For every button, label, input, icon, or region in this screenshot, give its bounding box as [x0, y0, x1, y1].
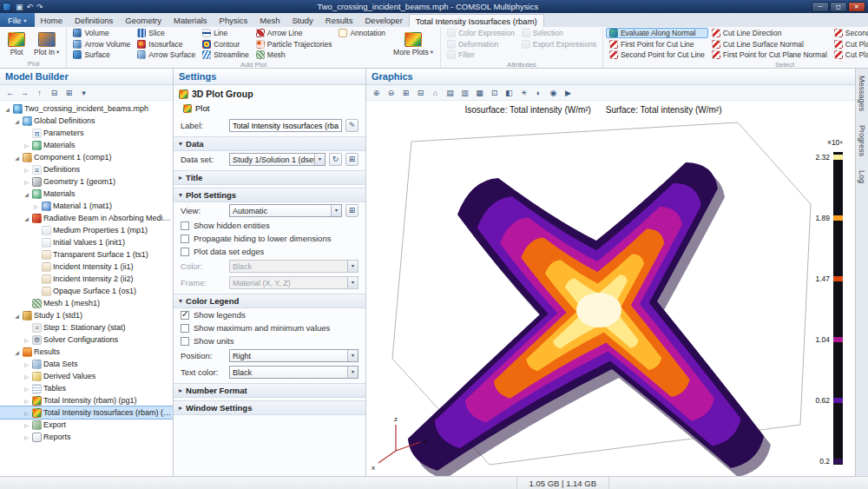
tree-item[interactable]: Parameters: [0, 127, 173, 139]
section-title[interactable]: ▸ Title: [174, 170, 365, 185]
tab-study[interactable]: Study: [286, 14, 319, 27]
zoom-in-icon[interactable]: ⊕: [370, 87, 383, 99]
tree-item[interactable]: ▷Materials: [0, 139, 173, 151]
propagate-hiding-checkbox[interactable]: [181, 235, 189, 243]
second-point-for-cut-line-button[interactable]: Second Point for Cut Line: [606, 50, 708, 60]
plot-in-button[interactable]: Plot In▾: [30, 28, 63, 60]
tree-item[interactable]: Initial Values 1 (init1): [0, 236, 173, 248]
go-to-xy-view-icon[interactable]: ▤: [444, 87, 457, 99]
arrow-line-button[interactable]: Arrow Line: [253, 28, 336, 38]
expand-arrow-icon[interactable]: ▷: [23, 422, 30, 428]
move-up-icon[interactable]: ↑: [33, 87, 46, 99]
zoom-extents-icon[interactable]: ⊞: [399, 87, 412, 99]
section-data[interactable]: ▾ Data: [174, 136, 365, 151]
tree-item[interactable]: ▷Reports: [0, 431, 173, 443]
image-snapshot-icon[interactable]: ◉: [547, 87, 560, 99]
tree-item[interactable]: ◢Global Definitions: [0, 115, 173, 127]
expand-arrow-icon[interactable]: ▷: [23, 373, 30, 380]
section-window-settings[interactable]: ▸ Window Settings: [174, 400, 365, 415]
tree-item[interactable]: Opaque Surface 1 (os1): [0, 285, 173, 297]
section-number-format[interactable]: ▸ Number Format: [174, 383, 365, 398]
maximize-button[interactable]: ◻: [830, 2, 847, 12]
rename-button[interactable]: ✎: [345, 119, 358, 132]
expand-arrow-icon[interactable]: ▷: [23, 386, 30, 392]
contour-button[interactable]: Contour: [199, 39, 253, 50]
animation-export-icon[interactable]: ▶: [562, 87, 575, 99]
rail-tab-messages[interactable]: Messages: [857, 72, 867, 115]
slice-button[interactable]: Slice: [134, 28, 199, 38]
tree-item[interactable]: ▷Total Intensity Isosurfaces (rbam) (pg2…: [0, 406, 173, 419]
tree-item[interactable]: Incident Intensity 2 (ii2): [0, 273, 173, 285]
redo-icon[interactable]: ↷: [36, 3, 43, 11]
tree-item[interactable]: Step 1: Stationary (stat): [0, 321, 173, 334]
undo-icon[interactable]: ↶: [27, 3, 34, 11]
plot-button[interactable]: Plot: [179, 102, 214, 115]
expand-arrow-icon[interactable]: ▷: [32, 203, 40, 209]
tab-developer[interactable]: Developer: [359, 14, 409, 27]
expand-all-icon[interactable]: ⊞: [62, 87, 76, 99]
cut-line-surface-normal-button[interactable]: Cut Line Surface Normal: [708, 39, 831, 50]
plot-button[interactable]: Plot: [3, 28, 30, 60]
tree-item[interactable]: Incident Intensity 1 (ii1): [0, 261, 173, 273]
model-tree-options-icon[interactable]: ▾: [77, 87, 90, 99]
file-menu-button[interactable]: File ▾: [0, 13, 35, 27]
zoom-out-icon[interactable]: ⊖: [385, 87, 398, 99]
tab-definitions[interactable]: Definitions: [69, 14, 119, 27]
isosurface-button[interactable]: Isosurface: [134, 39, 199, 50]
rail-tab-progress[interactable]: Progress: [857, 122, 867, 160]
expand-arrow-icon[interactable]: ▷: [23, 142, 30, 149]
first-point-for-cut-plane-normal-button[interactable]: First Point for Cut Plane Normal: [708, 50, 831, 60]
show-grid-icon[interactable]: ⊡: [488, 87, 501, 99]
add-data-set-button[interactable]: ⊞: [345, 153, 358, 166]
collapse-arrow-icon[interactable]: ◢: [23, 191, 30, 197]
tab-results[interactable]: Results: [319, 14, 359, 27]
expand-arrow-icon[interactable]: ▷: [23, 179, 30, 185]
show-units-checkbox[interactable]: [181, 337, 189, 346]
collapse-arrow-icon[interactable]: ◢: [23, 215, 30, 221]
streamline-button[interactable]: Streamline: [199, 50, 253, 60]
minimize-button[interactable]: ─: [812, 2, 829, 12]
tab-materials[interactable]: Materials: [168, 14, 214, 27]
tree-item[interactable]: ◢Two_crossing_incident_beams.mph: [0, 102, 173, 115]
expand-arrow-icon[interactable]: ▷: [23, 337, 30, 343]
tree-item[interactable]: Transparent Surface 1 (ts1): [0, 248, 173, 261]
tree-item[interactable]: ▷Material 1 (mat1): [0, 200, 173, 212]
plot-area[interactable]: Isosurface: Total intensity (W/m²) Surfa…: [366, 102, 855, 476]
tree-item[interactable]: ◢Study 1 (std1): [0, 309, 173, 321]
arrow-volume-button[interactable]: Arrow Volume: [69, 39, 134, 50]
tree-item[interactable]: ◢Materials: [0, 188, 173, 200]
zoom-to-selection-icon[interactable]: ⊟: [414, 87, 427, 99]
tree-item[interactable]: ▷Derived Values: [0, 370, 173, 382]
go-to-zx-view-icon[interactable]: ▦: [473, 87, 486, 99]
expand-arrow-icon[interactable]: ▷: [23, 361, 30, 367]
select-mode-icon[interactable]: ◐: [532, 87, 545, 99]
rail-tab-log[interactable]: Log: [857, 167, 867, 187]
collapse-all-icon[interactable]: ⊟: [48, 87, 61, 99]
collapse-arrow-icon[interactable]: ◢: [13, 155, 21, 161]
tree-item[interactable]: ▷Solver Configurations: [0, 334, 173, 346]
label-input[interactable]: [229, 119, 342, 132]
tree-item[interactable]: Mesh 1 (mesh1): [0, 297, 173, 309]
evaluate-along-normal-button[interactable]: Evaluate Along Normal: [606, 28, 708, 38]
line-button[interactable]: Line: [199, 28, 253, 38]
transparency-icon[interactable]: ◧: [503, 87, 516, 99]
go-to-view-button[interactable]: ⊞: [345, 204, 358, 217]
view-select[interactable]: Automatic ▾: [229, 204, 342, 217]
tree-item[interactable]: ▷Geometry 1 (geom1): [0, 175, 173, 188]
position-select[interactable]: Right ▾: [229, 349, 358, 362]
collapse-arrow-icon[interactable]: ◢: [3, 106, 11, 112]
tab-total-intensity-isosurfaces-rbam[interactable]: Total Intensity Isosurfaces (rbam): [409, 14, 544, 27]
tree-item[interactable]: ▷Definitions: [0, 163, 173, 175]
tree-item[interactable]: ◢Results: [0, 346, 173, 358]
section-color-legend[interactable]: ▾ Color Legend: [174, 294, 365, 308]
collapse-arrow-icon[interactable]: ◢: [13, 349, 21, 355]
arrow-surface-button[interactable]: Arrow Surface: [134, 50, 199, 60]
volume-button[interactable]: Volume: [69, 28, 134, 38]
close-button[interactable]: ✕: [848, 2, 865, 12]
tree-item[interactable]: ▷Export: [0, 419, 173, 431]
section-plot-settings[interactable]: ▾ Plot Settings: [174, 188, 365, 202]
show-max-min-checkbox[interactable]: [181, 324, 189, 333]
refresh-solution-button[interactable]: ↻: [329, 153, 342, 166]
plot-data-set-edges-checkbox[interactable]: [181, 248, 189, 256]
first-point-for-cut-line-button[interactable]: First Point for Cut Line: [606, 39, 708, 50]
